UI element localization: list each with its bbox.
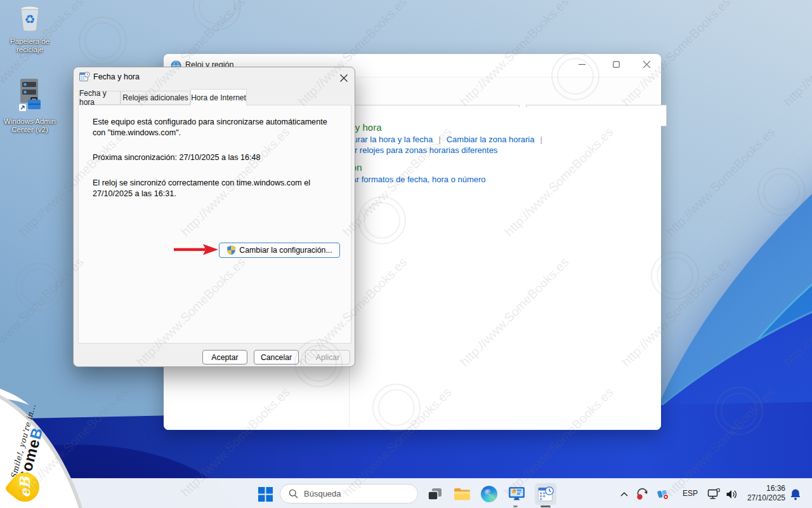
- task-view-button[interactable]: [425, 485, 444, 504]
- file-explorer-button[interactable]: [452, 485, 471, 504]
- close-icon: [340, 74, 348, 82]
- hidden-icons-button[interactable]: [617, 485, 632, 504]
- date-time-dialog-icon: [79, 72, 90, 83]
- desktop-icon-label: Papelera de reciclaje: [0, 37, 60, 54]
- maximize-button[interactable]: [601, 55, 631, 74]
- windows-admin-center-icon: [14, 77, 46, 113]
- tray-app-button[interactable]: [655, 485, 671, 504]
- last-sync-text: El reloj se sincronizó correctamente con…: [93, 178, 341, 199]
- clock-tray[interactable]: 16:36 27/10/2025: [741, 484, 785, 503]
- taskbar: Búsqueda: [0, 478, 812, 508]
- maximize-icon: [613, 61, 620, 68]
- tray-date: 27/10/2025: [741, 493, 785, 503]
- ok-button[interactable]: Aceptar: [202, 350, 247, 364]
- chevron-up-icon: [620, 492, 628, 497]
- desktop-icon-label: Windows Admin Center (v2): [0, 117, 60, 134]
- dialog-close-button[interactable]: [336, 70, 351, 86]
- minimize-icon: [579, 61, 586, 68]
- notifications-button[interactable]: [788, 485, 803, 504]
- uac-shield-icon: [226, 245, 236, 255]
- edge-icon: [481, 486, 497, 502]
- windows-logo-icon: [258, 487, 273, 502]
- taskbar-search[interactable]: Búsqueda: [280, 484, 418, 504]
- tab-internet-time[interactable]: Hora de Internet: [190, 89, 247, 105]
- desktop-icon-windows-admin-center[interactable]: Windows Admin Center (v2): [0, 77, 60, 134]
- annotation-arrow-icon: [173, 243, 219, 256]
- link-change-timezone[interactable]: Cambiar la zona horaria: [447, 135, 535, 144]
- dialog-title: Fecha y hora: [93, 72, 140, 81]
- date-time-links-row: Configurar la hora y la fecha | Cambiar …: [329, 135, 548, 144]
- link-separator: |: [534, 135, 547, 144]
- search-icon: [289, 489, 298, 498]
- taskbar-search-placeholder: Búsqueda: [304, 489, 341, 498]
- running-app-indicator: [513, 505, 518, 507]
- active-app-indicator: [540, 505, 551, 507]
- tab-additional-clocks[interactable]: Relojes adicionales: [121, 91, 190, 105]
- task-view-icon: [428, 488, 442, 501]
- control-panel-taskbar-button[interactable]: [507, 485, 526, 504]
- sync-icon: [636, 488, 650, 501]
- tray-time: 16:36: [741, 484, 785, 493]
- link-separator: |: [433, 135, 446, 144]
- date-time-dialog: Fecha y hora Fecha y hora Relojes adicio…: [73, 67, 355, 367]
- sync-config-text: Este equipo está configurado para sincro…: [93, 117, 341, 138]
- svg-text:♻: ♻: [24, 12, 35, 26]
- change-settings-label: Cambiar la configuración...: [239, 246, 332, 255]
- folder-icon: [454, 487, 471, 501]
- next-sync-text: Próxima sincronización: 27/10/2025 a las…: [93, 152, 341, 163]
- control-panel-icon: [508, 486, 525, 502]
- volume-button[interactable]: [723, 485, 740, 504]
- speaker-icon: [726, 489, 738, 500]
- start-button[interactable]: [256, 485, 275, 504]
- tray-app-icon: [657, 488, 670, 501]
- edge-browser-button[interactable]: [480, 485, 499, 504]
- network-button[interactable]: [705, 485, 722, 504]
- close-button[interactable]: [632, 55, 661, 74]
- tab-date-time[interactable]: Fecha y hora: [79, 91, 121, 105]
- cancel-button[interactable]: Cancelar: [254, 350, 299, 364]
- change-settings-button[interactable]: Cambiar la configuración...: [219, 243, 340, 258]
- notification-bell-icon: [790, 488, 801, 500]
- language-indicator[interactable]: ESP: [683, 489, 698, 498]
- network-icon: [707, 488, 720, 500]
- desktop-icon-recycle-bin[interactable]: ♻ Papelera de reciclaje: [0, 5, 60, 54]
- minimize-button[interactable]: [567, 55, 596, 74]
- somebooks-logo-text: eB: [16, 477, 33, 498]
- internet-time-tab-panel: Este equipo está configurado para sincro…: [78, 105, 351, 344]
- date-time-app-icon: [537, 486, 554, 503]
- close-icon: [643, 61, 650, 68]
- recycle-bin-icon: ♻: [18, 5, 42, 33]
- date-time-app-button[interactable]: [535, 483, 556, 505]
- apply-button: Aplicar: [305, 350, 350, 364]
- tray-sync-button[interactable]: [634, 485, 651, 504]
